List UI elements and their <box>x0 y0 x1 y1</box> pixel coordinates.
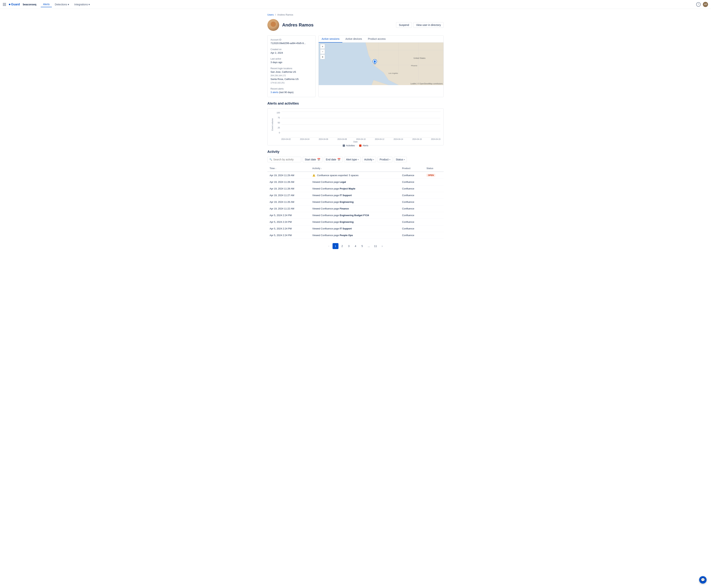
legend-alerts: Alerts <box>359 144 368 147</box>
table-row: Apr 19, 2024 11:28 AM Viewed Confluence … <box>267 185 444 192</box>
x-date-8: 2024-04-16 <box>412 138 422 140</box>
activity-filter[interactable]: Activity <box>362 157 376 162</box>
start-date-label: Start date <box>305 158 316 161</box>
cell-activity: Viewed Confluence page Engineering <box>310 199 400 205</box>
pagination-page-1[interactable]: 1 <box>332 243 339 249</box>
table-row: Apr 5, 2024 2:24 PM Viewed Confluence pa… <box>267 232 444 239</box>
cell-activity: Viewed Confluence page Finance <box>310 205 400 212</box>
legend-activities-label: Activities <box>346 144 355 147</box>
cell-time: Apr 19, 2024 11:28 AM <box>267 179 310 185</box>
nav-detections[interactable]: Detections <box>52 2 71 7</box>
time-sort-icon[interactable] <box>275 167 276 169</box>
last-active-label: Last active <box>271 58 313 60</box>
activity-section: Activity 🔍 Start date 📅 End date 📅 Alert… <box>267 150 444 249</box>
help-icon[interactable]: ? <box>696 2 701 7</box>
pagination-page-2[interactable]: 2 <box>339 243 345 249</box>
integrations-chevron-icon <box>88 3 90 6</box>
start-date-button[interactable]: Start date 📅 <box>303 157 322 162</box>
y-25: 25 <box>275 127 280 129</box>
svg-text:United States: United States <box>413 57 426 59</box>
x-axis-label: Date <box>271 141 440 143</box>
logo[interactable]: Guard <box>9 3 20 6</box>
chart-area <box>281 112 440 137</box>
status-filter[interactable]: Status <box>394 157 407 162</box>
tab-product-access[interactable]: Product access <box>365 36 389 43</box>
table-row: Apr 19, 2024 11:22 AM Viewed Confluence … <box>267 205 444 212</box>
x-axis: 2024-04-02 2024-04-04 2024-04-06 2024-04… <box>271 138 440 140</box>
nav-alerts[interactable]: Alerts <box>41 2 52 7</box>
col-activity: Activity <box>310 165 400 172</box>
last-active-row: Last active 3 days ago <box>271 58 313 64</box>
pagination-next[interactable]: › <box>379 243 385 249</box>
cell-status <box>424 219 444 225</box>
end-date-button[interactable]: End date 📅 <box>324 157 343 162</box>
calendar-icon: 📅 <box>317 158 320 161</box>
apps-menu-icon[interactable] <box>3 3 6 6</box>
cell-time: Apr 19, 2024 11:29 AM <box>267 172 310 179</box>
pagination-page-11[interactable]: 11 <box>372 243 379 249</box>
tab-active-devices[interactable]: Active devices <box>342 36 365 43</box>
suspend-button[interactable]: Suspend <box>396 22 412 28</box>
col-product: Product <box>400 165 424 172</box>
cell-activity: Viewed Confluence page Legal <box>310 179 400 185</box>
breadcrumb-users-link[interactable]: Users <box>267 13 274 16</box>
table-row: Apr 5, 2024 2:24 PM Viewed Confluence pa… <box>267 225 444 232</box>
pagination-page-3[interactable]: 3 <box>346 243 352 249</box>
search-box: 🔍 <box>267 157 301 162</box>
cell-time: Apr 19, 2024 11:27 AM <box>267 192 310 199</box>
cell-product: Confluence <box>400 212 424 219</box>
tab-active-sessions[interactable]: Active sessions <box>319 36 342 43</box>
view-directory-button[interactable]: View user in directory <box>413 22 444 28</box>
ip-2: 174.62.102.251 <box>271 82 285 84</box>
activity-sort-icon[interactable] <box>321 167 322 169</box>
activity-table: Time Activity Product Status Apr 19, 202… <box>267 165 444 239</box>
x-date-3: 2024-04-06 <box>319 138 328 140</box>
zoom-out-button[interactable]: − <box>320 49 325 54</box>
status-badge: OPEN <box>426 174 435 177</box>
nav-links: Alerts Detections Integrations <box>41 2 92 7</box>
locate-button[interactable]: ⊕ <box>320 54 325 59</box>
top-navigation: Guard beaconseq Alerts Detections Integr… <box>0 0 711 9</box>
cell-product: Confluence <box>400 179 424 185</box>
status-filter-label: Status <box>396 158 403 161</box>
alerts-link[interactable]: 3 alerts <box>271 91 278 94</box>
cell-activity: Viewed Confluence page People Ops <box>310 232 400 239</box>
logo-icon <box>9 4 10 5</box>
alert-type-filter[interactable]: Alert type <box>344 157 361 162</box>
product-filter[interactable]: Product <box>378 157 392 162</box>
cell-product: Confluence <box>400 225 424 232</box>
pagination-page-5[interactable]: 5 <box>359 243 365 249</box>
zoom-in-button[interactable]: + <box>320 44 325 49</box>
account-id-label: Account ID <box>271 39 313 41</box>
cell-activity: Viewed Confluence page IT Support <box>310 225 400 232</box>
user-actions: Suspend View user in directory <box>396 22 444 28</box>
user-avatar[interactable]: AR <box>703 2 708 7</box>
x-date-4: 2024-04-08 <box>337 138 347 140</box>
cell-status: OPEN <box>424 172 444 179</box>
search-input[interactable] <box>273 158 299 161</box>
detections-chevron-icon <box>68 3 69 6</box>
legend-alerts-label: Alerts <box>363 144 368 147</box>
cell-product: Confluence <box>400 172 424 179</box>
cell-time: Apr 5, 2024 2:24 PM <box>267 232 310 239</box>
y-75: 75 <box>275 117 280 119</box>
pagination-page-4[interactable]: 4 <box>352 243 359 249</box>
cell-time: Apr 19, 2024 11:26 AM <box>267 199 310 205</box>
cell-time: Apr 19, 2024 11:28 AM <box>267 185 310 192</box>
status-chevron-icon <box>404 159 405 161</box>
x-date-6: 2024-04-12 <box>375 138 384 140</box>
x-date-5: 2024-04-10 <box>356 138 366 140</box>
location-1: San Jose, California US <box>271 70 313 74</box>
login-locations-value: San Jose, California US 204.236.164.172 … <box>271 70 313 85</box>
map-controls: + − ⊕ <box>320 44 325 59</box>
cell-product: Confluence <box>400 205 424 212</box>
legend-activities: Activities <box>343 144 355 147</box>
pagination-prev[interactable]: ‹ <box>326 243 332 249</box>
cell-activity: Viewed Confluence page Engineering <box>310 219 400 225</box>
nav-integrations[interactable]: Integrations <box>72 2 92 7</box>
table-body: Apr 19, 2024 11:29 AM ⚠️ Confluence spac… <box>267 172 444 239</box>
table-row: Apr 19, 2024 11:28 AM Viewed Confluence … <box>267 179 444 185</box>
nav-right: ? AR <box>696 2 708 7</box>
created-on-value: Apr 2, 2024 <box>271 51 313 55</box>
cell-status <box>424 199 444 205</box>
